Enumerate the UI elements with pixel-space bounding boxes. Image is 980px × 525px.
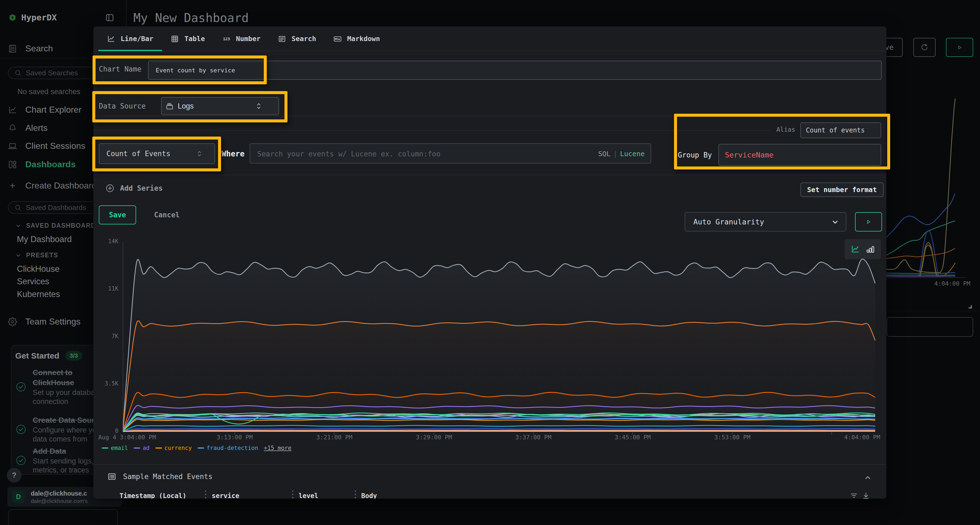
chart-type-tabs: Line/BarTable123NumberSearchMarkdown	[98, 26, 389, 51]
legend-dash	[102, 447, 108, 449]
x-tick-label: 3:45:00 PM	[615, 434, 651, 441]
legend-dash	[134, 447, 140, 449]
tabbar-border	[93, 51, 886, 51]
legend-dash	[197, 447, 204, 449]
x-tick-label: 3:13:00 PM	[217, 434, 253, 441]
column-separator	[355, 490, 356, 499]
number-icon: 123	[223, 35, 231, 43]
plus-circle-icon	[105, 184, 115, 193]
tab-table[interactable]: Table	[162, 26, 213, 51]
modal-chart	[123, 219, 882, 437]
y-tick-label: 3.5K	[97, 380, 118, 387]
divider	[93, 464, 886, 465]
column-separator	[205, 490, 206, 499]
set-number-format-button[interactable]: Set number format	[800, 182, 884, 197]
data-source-highlight	[92, 91, 288, 122]
column-separator	[292, 490, 293, 499]
markdown-icon	[334, 35, 342, 43]
divider	[93, 130, 770, 130]
legend-item-ad[interactable]: ad	[134, 445, 150, 451]
x-tick-label: 3:53:00 PM	[714, 434, 750, 441]
query-language-switch: SQL|Lucene	[598, 150, 644, 158]
where-label: Where	[221, 149, 245, 158]
legend-more-link[interactable]: +15 more	[264, 445, 291, 451]
legend-dash	[156, 447, 162, 449]
divider	[93, 174, 886, 175]
column-settings-icon[interactable]	[850, 492, 858, 499]
lucene-option[interactable]: Lucene	[620, 150, 644, 158]
search-icon	[278, 35, 286, 43]
x-tick-label: 4:04:00 PM	[844, 434, 880, 441]
where-placeholder: Search your events w/ Lucene ex. column:…	[257, 150, 441, 158]
y-tick-label: 11K	[97, 285, 118, 292]
legend-item-currency[interactable]: currency	[156, 445, 192, 451]
legend-item-fraud-detection[interactable]: fraud-detection	[197, 445, 258, 451]
sql-option[interactable]: SQL	[598, 150, 610, 158]
column-header-service[interactable]: service	[212, 492, 239, 499]
line-bar-icon	[107, 35, 115, 43]
column-header-timestamp[interactable]: Timestamp (Local)	[119, 492, 186, 499]
x-tick-label: Aug 4 3:04:00 PM	[98, 434, 156, 441]
where-search-input[interactable]: Search your events w/ Lucene ex. column:…	[250, 143, 651, 163]
x-tick-label: 3:21:00 PM	[316, 434, 352, 441]
sample-events-header[interactable]: Sample Matched Events	[107, 472, 213, 481]
sample-events-title: Sample Matched Events	[123, 473, 213, 481]
y-tick-label: 14K	[97, 238, 118, 244]
add-series-label: Add Series	[120, 184, 163, 192]
aggregation-highlight	[92, 136, 221, 171]
list-icon	[107, 472, 116, 481]
y-tick-label: 0	[97, 428, 118, 434]
download-icon[interactable]	[862, 492, 870, 499]
y-tick-label: 7K	[97, 333, 118, 339]
x-tick-label: 3:29:00 PM	[416, 434, 452, 441]
tab-number[interactable]: 123Number	[214, 26, 269, 51]
x-tick-label: 3:37:00 PM	[515, 434, 551, 441]
table-header-icons	[850, 492, 870, 499]
tab-markdown[interactable]: Markdown	[325, 26, 388, 51]
chart-legend: emailadcurrencyfraud-detection+15 more	[102, 445, 291, 451]
page: HyperDX SearchSaved SearchesNo saved sea…	[0, 0, 980, 525]
tab-search[interactable]: Search	[269, 26, 325, 51]
column-header-level[interactable]: level	[299, 492, 318, 499]
legend-item-email[interactable]: email	[102, 445, 128, 451]
chevron-up-icon[interactable]	[864, 474, 872, 482]
column-header-body[interactable]: Body	[361, 492, 377, 499]
add-series-button[interactable]: Add Series	[105, 184, 163, 193]
alias-groupby-highlight	[674, 114, 890, 170]
chart-name-highlight	[92, 56, 267, 84]
svg-text:123: 123	[223, 37, 230, 41]
tab-line-bar[interactable]: Line/Bar	[98, 26, 162, 51]
table-icon	[171, 35, 179, 43]
